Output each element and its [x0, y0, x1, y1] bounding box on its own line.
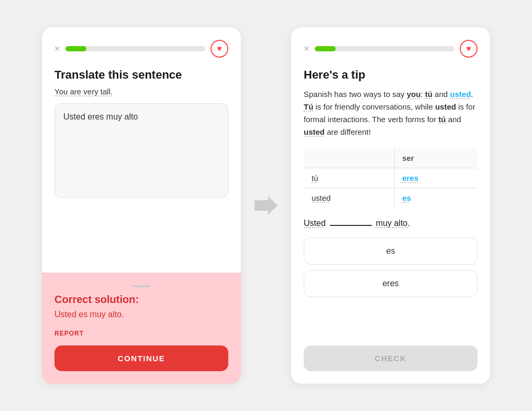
table-row-usted: usted es — [304, 188, 478, 208]
drag-handle-left — [132, 285, 151, 287]
tip-usted2: usted — [304, 127, 325, 136]
right-card-bottom: CHECK — [291, 337, 490, 384]
fill-blank: Usted muy alto. — [304, 219, 478, 228]
table-cell-es: es — [395, 188, 478, 208]
left-card: × ♥ Translate this sentence You are very… — [42, 27, 241, 384]
progress-bar-right — [315, 46, 455, 51]
fill-blank-after: muy alto. — [376, 219, 410, 228]
correct-solution-panel: Correct solution: Usted es muy alto. REP… — [42, 273, 241, 384]
verb-table: ser tú eres usted es — [304, 148, 478, 208]
option-es-button[interactable]: es — [304, 237, 478, 265]
check-button[interactable]: CHECK — [304, 345, 478, 371]
top-bar-right: × ♥ — [304, 40, 478, 58]
answer-box: Usted eres muy alto — [54, 103, 228, 198]
progress-bar-left — [65, 46, 205, 51]
arrow-container — [253, 196, 279, 215]
tip-tu3: tú — [438, 115, 446, 124]
tip-tu2: Tú — [304, 102, 313, 111]
top-bar-left: × ♥ — [54, 40, 228, 58]
card-subtitle-left: You are very tall. — [54, 87, 228, 96]
progress-fill-right — [315, 46, 336, 51]
heart-icon-left: ♥ — [217, 44, 222, 53]
answer-text: Usted eres muy alto — [63, 112, 138, 121]
correct-label: Correct solution: — [54, 294, 228, 306]
close-button-right[interactable]: × — [304, 44, 309, 53]
tip-text: Spanish has two ways to say you: tú and … — [304, 88, 478, 138]
svg-marker-0 — [254, 196, 278, 215]
table-cell-usted: usted — [304, 188, 395, 208]
tip-tu: tú — [425, 90, 433, 99]
table-header-row: ser — [304, 148, 478, 168]
table-cell-eres: eres — [395, 168, 478, 188]
tip-title: Here's a tip — [304, 68, 478, 82]
right-card: × ♥ Here's a tip Spanish has two ways to… — [291, 27, 490, 384]
table-row-tu: tú eres — [304, 168, 478, 188]
fill-blank-before: Usted — [304, 219, 326, 228]
table-header-ser: ser — [395, 148, 478, 168]
table-header-empty — [304, 148, 395, 168]
option-eres-button[interactable]: eres — [304, 270, 478, 297]
progress-fill-left — [65, 46, 86, 51]
blank-line — [330, 225, 372, 226]
card-title-left: Translate this sentence — [54, 68, 228, 82]
tip-you: you — [407, 90, 421, 99]
heart-badge-right: ♥ — [460, 40, 478, 58]
tip-usted-bold: usted — [435, 102, 456, 111]
correct-text: Usted es muy alto. — [54, 310, 228, 319]
continue-button[interactable]: CONTINUE — [54, 345, 228, 371]
tip-usted-blue: usted — [450, 90, 471, 99]
table-cell-tu: tú — [304, 168, 395, 188]
report-link[interactable]: REPORT — [54, 330, 228, 337]
heart-badge-left: ♥ — [210, 40, 228, 58]
close-button-left[interactable]: × — [54, 44, 60, 53]
right-card-top: × ♥ Here's a tip Spanish has two ways to… — [291, 27, 490, 337]
left-card-top: × ♥ Translate this sentence You are very… — [42, 27, 241, 273]
arrow-icon — [254, 196, 278, 215]
heart-icon-right: ♥ — [466, 44, 471, 53]
